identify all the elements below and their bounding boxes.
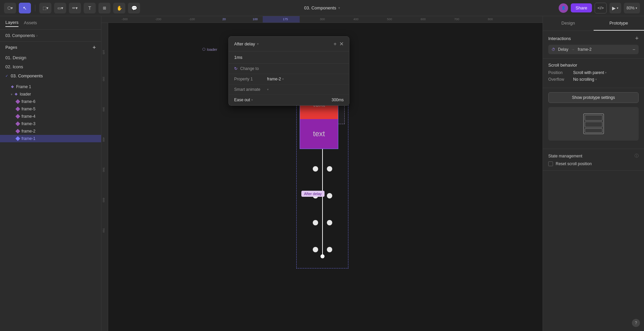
svg-rect-0 — [584, 114, 604, 134]
property1-value-text: frame-2 — [267, 77, 281, 81]
ruler-label-100: 100 — [253, 17, 258, 21]
tool-frame[interactable]: ⬚▾ — [39, 3, 51, 13]
page-label-components: 03. Components — [11, 73, 43, 78]
dot-r4-1 — [313, 220, 318, 225]
frame1-text-3: text — [300, 119, 338, 149]
frame3-label: frame-3 — [22, 121, 35, 126]
connection-end-dot — [320, 254, 325, 258]
ruler-label-300: 300 — [320, 17, 325, 21]
ruler-horizontal: -300 -200 -100 20 100 175 300 400 500 60… — [101, 16, 543, 23]
tool-pen[interactable]: ✏▾ — [69, 3, 81, 13]
layer-frame1[interactable]: ❖ Frame 1 — [0, 83, 101, 90]
popup-close-button[interactable]: ✕ — [339, 41, 344, 47]
interactions-section: Interactions + ⏱ Delay → frame-2 − — [543, 31, 644, 59]
layer-frame1-sub[interactable]: frame-1 — [0, 135, 101, 142]
tool-shape[interactable]: ▭▾ — [54, 3, 66, 13]
ruler-label-400: 400 — [353, 17, 358, 21]
change-to-label: Change to — [240, 66, 270, 71]
add-page-button[interactable]: + — [93, 44, 96, 50]
tab-assets[interactable]: Assets — [24, 19, 37, 27]
play-chevron: ▾ — [617, 6, 618, 10]
ruler-label-neg300: -300 — [122, 17, 128, 21]
loader-label-text: loader — [207, 47, 217, 51]
tool-text[interactable]: T — [84, 3, 96, 13]
state-mgmt-section: State management ⓘ Reset scroll position — [543, 149, 644, 171]
ruler-label-600: 600 — [421, 17, 426, 21]
ruler-v-label-105: 105 — [102, 50, 105, 54]
dot-r4-2 — [327, 220, 332, 225]
show-prototype-settings-button[interactable]: Show prototype settings — [548, 92, 639, 103]
frame3-diamond — [15, 121, 20, 126]
ease-out-value: 300ms — [332, 98, 344, 102]
overflow-row: Overflow No scrolling ▾ — [548, 77, 639, 82]
breadcrumb-text: 03. Components — [304, 5, 336, 10]
help-button[interactable]: ? — [632, 319, 640, 327]
layer-frame4[interactable]: frame-4 — [0, 113, 101, 120]
code-view-button[interactable]: </> — [595, 3, 607, 13]
tool-comment[interactable]: 💬 — [128, 3, 140, 13]
dot-r2-1 — [313, 166, 318, 172]
play-icon: ▶ — [612, 5, 616, 11]
smart-animate-chevron: ▾ — [267, 88, 269, 91]
state-info-icon[interactable]: ⓘ — [635, 153, 639, 159]
reset-scroll-checkbox[interactable] — [548, 161, 553, 166]
ease-out-btn[interactable]: Ease out ▾ — [234, 98, 253, 102]
position-value-text: Scroll with parent — [573, 70, 604, 75]
pages-label: Pages — [5, 45, 17, 50]
tool-resources[interactable]: ⊞ — [98, 3, 111, 13]
right-panel: Design Prototype Interactions + ⏱ Delay … — [543, 16, 644, 331]
frame4-label: frame-4 — [22, 114, 35, 119]
ruler-label-175: 175 — [283, 17, 288, 21]
popup-add-button[interactable]: + — [334, 41, 337, 47]
play-button[interactable]: ▶ ▾ — [609, 3, 621, 13]
panel-tab-design[interactable]: Design — [543, 16, 594, 31]
ruler-v-label-400: 400 — [102, 137, 105, 142]
ruler-v-label-500: 500 — [102, 168, 105, 172]
property1-value-btn[interactable]: frame-2 ▾ — [267, 77, 284, 81]
frame4-diamond — [15, 114, 20, 119]
share-button[interactable]: Share — [571, 3, 592, 12]
popup-title-text: After delay — [234, 41, 255, 46]
layer-loader[interactable]: ▾ ❖ loader — [0, 90, 101, 98]
layer-frame6[interactable]: frame-6 — [0, 98, 101, 105]
layer-frame2[interactable]: frame-2 — [0, 127, 101, 135]
property1-label: Property 1 — [234, 77, 264, 81]
remove-interaction-button[interactable]: − — [633, 47, 635, 52]
scroll-behavior-header: Scroll behavior — [548, 63, 639, 68]
popup-title-chevron: ▾ — [257, 42, 259, 46]
frame6-diamond — [15, 99, 20, 104]
tool-hand[interactable]: ✋ — [113, 3, 125, 13]
dot-r4-spacer — [322, 222, 323, 223]
page-label-icons: 02. Icons — [5, 64, 23, 69]
tab-layers[interactable]: Layers — [5, 19, 18, 27]
tool-select[interactable]: ⬡▾ — [4, 3, 16, 13]
page-item-icons[interactable]: 02. Icons — [0, 62, 101, 71]
ruler-label-20: 20 — [222, 17, 226, 21]
layer-frame5[interactable]: frame-5 — [0, 105, 101, 113]
page-item-components[interactable]: ✓ 03. Components — [0, 71, 101, 80]
page-item-design[interactable]: 01. Design — [0, 53, 101, 62]
add-interaction-button[interactable]: + — [635, 35, 639, 42]
popup-title-row: After delay ▾ — [234, 41, 259, 46]
ruler-label-neg200: -200 — [155, 17, 161, 21]
panel-tab-prototype[interactable]: Prototype — [594, 16, 644, 31]
proto-settings-section: Show prototype settings — [543, 88, 644, 149]
tool-move[interactable]: ↖ — [19, 3, 31, 13]
ruler-v-label-200: 200 — [102, 77, 105, 81]
interaction-delay-icon: ⏱ — [552, 47, 555, 51]
toolbar: ⬡▾ ↖ ⬚▾ ▭▾ ✏▾ T ⊞ ✋ 💬 03. Components ▾ 👤… — [0, 0, 644, 16]
delay-value: 1ms — [234, 55, 243, 60]
popup-header: After delay ▾ + ✕ — [229, 37, 349, 51]
position-value-btn[interactable]: Scroll with parent ▾ — [573, 70, 607, 75]
panel-tab-design-label: Design — [561, 21, 575, 26]
zoom-control[interactable]: 80% ▾ — [624, 3, 640, 13]
layer-frame3[interactable]: frame-3 — [0, 120, 101, 127]
overflow-value-btn[interactable]: No scrolling ▾ — [573, 77, 597, 82]
user-avatar[interactable]: 👤 — [559, 3, 568, 13]
overflow-value-text: No scrolling — [573, 77, 594, 82]
smart-animate-btn[interactable]: ▾ — [267, 88, 269, 91]
dot-r5-1 — [313, 247, 318, 252]
interaction-item[interactable]: ⏱ Delay → frame-2 − — [548, 45, 639, 54]
scroll-behavior-title: Scroll behavior — [548, 63, 577, 68]
overflow-label: Overflow — [548, 77, 572, 82]
